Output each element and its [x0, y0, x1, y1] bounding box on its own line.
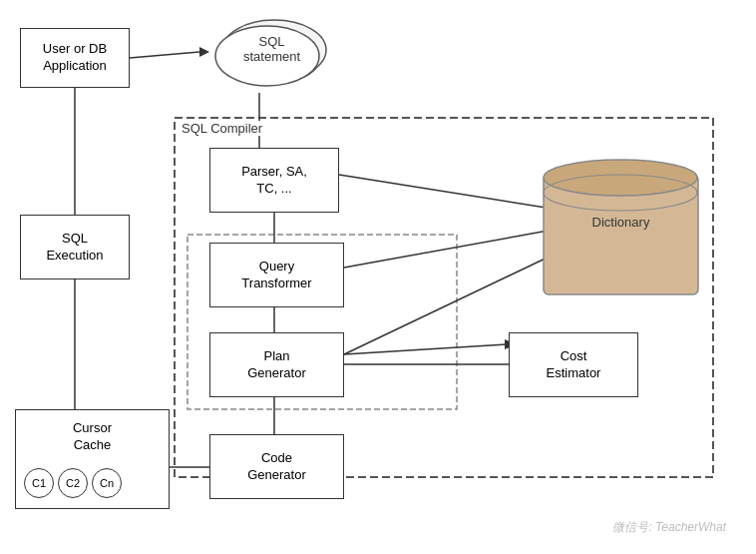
user-app-label: User or DB Application	[21, 41, 129, 75]
compiler-label: SQL Compiler	[178, 121, 266, 136]
sql-statement-label: SQLstatement	[219, 34, 324, 64]
svg-line-26	[344, 344, 507, 354]
svg-point-30	[544, 175, 697, 211]
svg-marker-3	[199, 47, 209, 57]
svg-line-2	[130, 52, 199, 58]
user-app-box: User or DB Application	[20, 28, 130, 88]
plan-generator-label: PlanGenerator	[247, 348, 306, 382]
cache-circle-cn: Cn	[92, 468, 122, 498]
cursor-cache-box: CursorCache C1 C2 Cn	[15, 409, 170, 509]
dictionary-label: Dictionary	[544, 215, 698, 230]
diagram: SQL Compiler User or DB Application SQLE…	[0, 0, 756, 554]
cache-circles: C1 C2 Cn	[24, 468, 122, 498]
watermark: 微信号: TeacherWhat	[612, 519, 726, 536]
sql-execution-label: SQLExecution	[46, 231, 103, 265]
code-generator-label: CodeGenerator	[247, 450, 306, 484]
parser-label: Parser, SA,TC, ...	[241, 164, 307, 198]
cost-estimator-label: CostEstimator	[547, 348, 601, 382]
cursor-cache-label: CursorCache	[16, 420, 169, 454]
code-generator-box: CodeGenerator	[209, 434, 344, 499]
query-transformer-box: QueryTransformer	[209, 243, 344, 307]
svg-point-33	[215, 26, 319, 86]
sql-execution-box: SQLExecution	[20, 215, 130, 279]
parser-box: Parser, SA,TC, ...	[209, 148, 339, 213]
svg-point-32	[222, 20, 326, 80]
svg-point-31	[217, 25, 321, 85]
svg-point-29	[544, 160, 697, 196]
query-transformer-label: QueryTransformer	[241, 259, 311, 292]
cost-estimator-box: CostEstimator	[509, 332, 638, 397]
svg-rect-28	[544, 175, 698, 294]
svg-line-20	[344, 230, 554, 268]
cache-circle-c2: C2	[58, 468, 88, 498]
plan-generator-box: PlanGenerator	[209, 332, 344, 397]
svg-line-18	[339, 175, 559, 210]
cache-circle-c1: C1	[24, 468, 54, 498]
